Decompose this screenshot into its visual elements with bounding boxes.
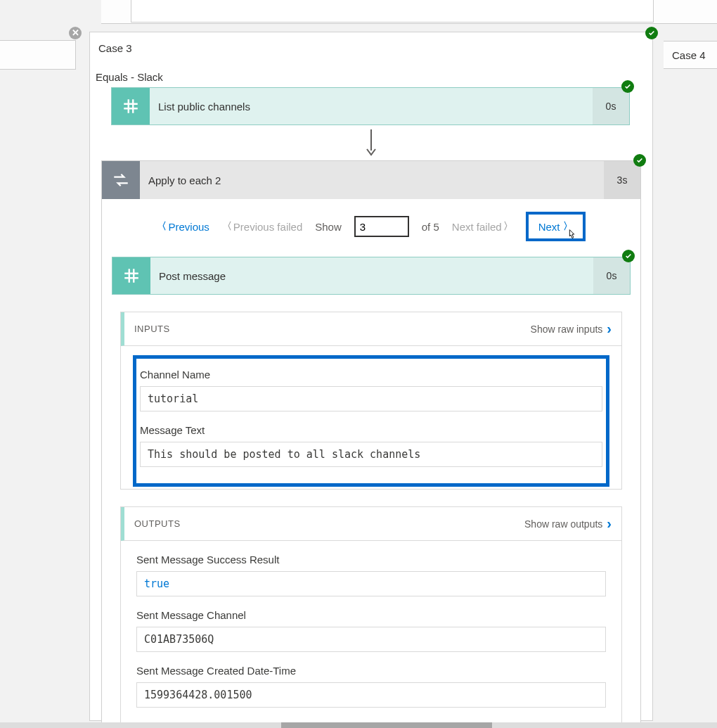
- show-raw-inputs-link[interactable]: Show raw inputs ›: [531, 321, 612, 337]
- slack-icon: [112, 257, 150, 294]
- list-channels-duration: 0s: [593, 88, 629, 124]
- top-strip-inner: [131, 0, 654, 23]
- channel-name-label: Channel Name: [140, 369, 602, 381]
- inputs-section: INPUTS Show raw inputs › Channel Name tu…: [120, 312, 622, 490]
- apply-to-each-duration: 3s: [604, 161, 640, 199]
- previous-failed-button[interactable]: 〈 Previous failed: [222, 220, 302, 233]
- inputs-title: INPUTS: [134, 324, 170, 334]
- top-strip: [101, 0, 717, 24]
- close-icon[interactable]: ✕: [69, 27, 82, 39]
- chevron-left-icon: 〈: [222, 220, 232, 233]
- outputs-title: OUTPUTS: [134, 518, 181, 529]
- next-failed-button[interactable]: Next failed 〉: [452, 220, 513, 233]
- status-success-icon: [621, 80, 634, 93]
- success-result-label: Sent Message Success Result: [136, 554, 606, 566]
- list-channels-action[interactable]: List public channels 0s: [111, 87, 630, 125]
- message-text-field: Message Text This should be posted to al…: [140, 424, 602, 467]
- created-time-value: 1599364428.001500: [136, 682, 606, 708]
- message-text-label: Message Text: [140, 424, 602, 436]
- chevron-right-icon: ›: [607, 516, 612, 532]
- status-success-icon: [633, 154, 646, 167]
- page-input[interactable]: [354, 216, 409, 237]
- chevron-right-icon: 〉: [503, 220, 513, 233]
- channel-name-field: Channel Name tutorial: [140, 369, 602, 411]
- message-text-value: This should be posted to all slack chann…: [140, 442, 602, 467]
- outputs-header: OUTPUTS Show raw outputs ›: [121, 507, 621, 541]
- channel-name-value: tutorial: [140, 386, 602, 411]
- inputs-highlight-box: Channel Name tutorial Message Text This …: [133, 355, 609, 487]
- horizontal-scrollbar[interactable]: [0, 722, 717, 728]
- previous-button[interactable]: 〈 Previous: [157, 220, 209, 233]
- post-message-label: Post message: [150, 257, 593, 294]
- show-raw-outputs-link[interactable]: Show raw outputs ›: [524, 516, 612, 532]
- created-time-field: Sent Message Created Date-Time 159936442…: [136, 665, 606, 708]
- case-right-partial[interactable]: Case 4: [664, 41, 717, 69]
- apply-to-each-label: Apply to each 2: [140, 161, 604, 199]
- sent-channel-field: Sent Message Channel C01AB73506Q: [136, 609, 606, 652]
- created-time-label: Sent Message Created Date-Time: [136, 665, 606, 677]
- case-left-partial[interactable]: [0, 40, 76, 70]
- case-condition: Equals - Slack: [90, 54, 652, 87]
- slack-icon: [112, 88, 150, 124]
- status-success-icon: [622, 250, 635, 262]
- loop-pager: 〈 Previous 〈 Previous failed Show of 5 N…: [102, 199, 640, 257]
- connector-arrow-icon: [90, 125, 652, 160]
- sent-channel-value: C01AB73506Q: [136, 627, 606, 652]
- chevron-left-icon: 〈: [157, 220, 167, 233]
- cursor-pointer-icon: [564, 227, 580, 243]
- apply-to-each-block: Apply to each 2 3s 〈 Previous 〈 Previous…: [101, 160, 641, 727]
- sent-channel-label: Sent Message Channel: [136, 609, 606, 621]
- post-message-action[interactable]: Post message 0s: [112, 257, 631, 295]
- apply-to-each-header[interactable]: Apply to each 2 3s: [102, 161, 640, 199]
- status-success-icon: [645, 27, 658, 39]
- list-channels-label: List public channels: [150, 88, 593, 124]
- success-result-value: true: [136, 571, 606, 596]
- success-result-field: Sent Message Success Result true: [136, 554, 606, 596]
- next-button[interactable]: Next 〉: [526, 212, 586, 241]
- case-panel: Case 3 Equals - Slack List public channe…: [89, 32, 653, 721]
- scrollbar-thumb[interactable]: [281, 722, 492, 728]
- outputs-section: OUTPUTS Show raw outputs › Sent Message …: [120, 506, 622, 727]
- inputs-header: INPUTS Show raw inputs ›: [121, 312, 621, 346]
- of-label: of 5: [422, 221, 439, 233]
- show-label: Show: [315, 221, 342, 233]
- case-4-label: Case 4: [672, 49, 706, 61]
- post-message-duration: 0s: [593, 257, 630, 294]
- chevron-right-icon: ›: [607, 321, 612, 337]
- case-title: Case 3: [90, 32, 652, 54]
- loop-icon: [102, 161, 140, 199]
